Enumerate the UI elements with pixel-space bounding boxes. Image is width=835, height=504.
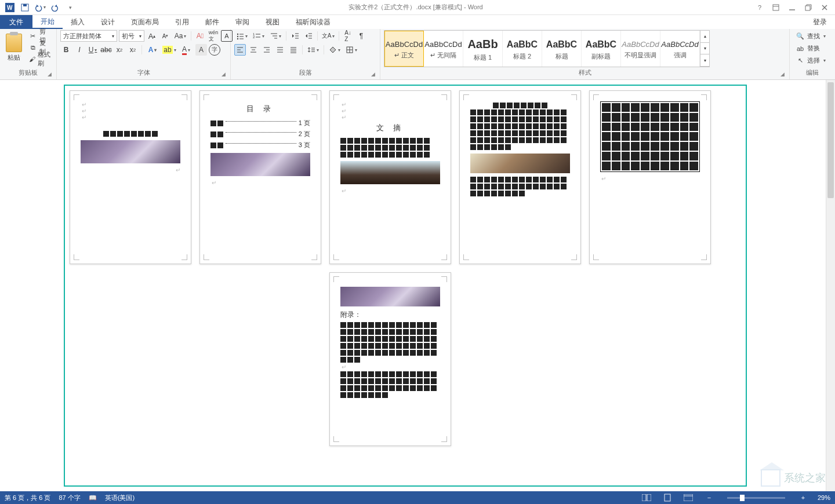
- cursor-icon: ↖: [796, 56, 805, 65]
- align-center-button[interactable]: [248, 44, 259, 56]
- qat-customize-icon[interactable]: ▾: [63, 1, 78, 14]
- minimize-icon[interactable]: [784, 1, 800, 14]
- page-thumb-5[interactable]: ↵: [589, 90, 711, 264]
- group-label-styles: 样式◢: [384, 67, 786, 79]
- tab-foxit[interactable]: 福昕阅读器: [288, 15, 339, 29]
- text-effect-button[interactable]: A: [145, 44, 160, 56]
- style-subtle-emphasis[interactable]: AaBbCcDd不明显强调: [621, 31, 660, 67]
- style-heading2[interactable]: AaBbC标题 2: [503, 31, 542, 67]
- enclose-char-button[interactable]: 字: [209, 44, 220, 56]
- format-painter-button[interactable]: 🖌格式刷: [27, 53, 53, 65]
- align-left-button[interactable]: [234, 44, 246, 56]
- tab-design[interactable]: 设计: [93, 15, 123, 29]
- borders-button[interactable]: [344, 44, 359, 56]
- find-button[interactable]: 🔍查找: [793, 30, 828, 42]
- page-thumb-4[interactable]: [459, 90, 581, 264]
- restore-icon[interactable]: [800, 1, 816, 14]
- decrease-indent-button[interactable]: [289, 30, 301, 42]
- page-thumb-2[interactable]: 目 录 1 页 2 页 3 页 ↵: [199, 90, 321, 264]
- font-launcher-icon[interactable]: ◢: [222, 71, 226, 77]
- page-thumb-1[interactable]: ↵ ↵ ↵ ↵: [70, 90, 191, 264]
- scroll-up-icon[interactable]: ▴: [700, 31, 709, 43]
- char-shading-button[interactable]: A: [195, 44, 207, 56]
- styles-gallery[interactable]: AaBbCcDd↵ 正文 AaBbCcDd↵ 无间隔 AaBb标题 1 AaBb…: [384, 30, 710, 67]
- zoom-level[interactable]: 29%: [818, 494, 830, 501]
- zoom-out-icon[interactable]: −: [703, 492, 716, 503]
- tab-layout[interactable]: 页面布局: [123, 15, 167, 29]
- redo-icon[interactable]: [48, 1, 63, 14]
- style-heading1[interactable]: AaBb标题 1: [463, 31, 503, 67]
- asian-layout-button[interactable]: 文A: [321, 30, 336, 42]
- paste-button[interactable]: 粘贴: [3, 30, 24, 65]
- svg-text:2: 2: [253, 35, 255, 39]
- save-icon[interactable]: [17, 1, 32, 14]
- align-distribute-button[interactable]: [288, 44, 299, 56]
- close-icon[interactable]: [816, 1, 833, 14]
- subscript-button[interactable]: x2: [114, 44, 125, 56]
- line-spacing-button[interactable]: [306, 44, 321, 56]
- bullets-button[interactable]: [234, 30, 249, 42]
- style-subtitle[interactable]: AaBbC副标题: [582, 31, 621, 67]
- shrink-font-button[interactable]: A▾: [159, 30, 171, 42]
- font-name-select[interactable]: 方正胖娃简体▾: [60, 30, 117, 42]
- grow-font-button[interactable]: A▴: [146, 30, 158, 42]
- zoom-slider[interactable]: [727, 497, 785, 499]
- highlight-button[interactable]: ab: [162, 44, 177, 56]
- undo-icon[interactable]: [32, 1, 48, 14]
- ribbon-display-options-icon[interactable]: [768, 1, 784, 14]
- tab-references[interactable]: 引用: [167, 15, 197, 29]
- status-language[interactable]: 英语(美国): [105, 494, 135, 502]
- tab-view[interactable]: 视图: [257, 15, 288, 29]
- page-thumb-6[interactable]: 附录： ↵: [329, 272, 451, 446]
- tab-file[interactable]: 文件: [0, 15, 32, 29]
- font-color-button[interactable]: A: [179, 44, 194, 56]
- multilevel-button[interactable]: [268, 30, 283, 42]
- styles-launcher-icon[interactable]: ◢: [780, 71, 785, 77]
- help-icon[interactable]: ?: [752, 1, 768, 14]
- gallery-scroll[interactable]: ▴▾▾: [700, 31, 709, 67]
- shading-button[interactable]: [327, 44, 342, 56]
- scroll-down-icon[interactable]: ▾: [700, 43, 709, 55]
- strike-button[interactable]: abc: [100, 44, 112, 56]
- tab-review[interactable]: 审阅: [227, 15, 257, 29]
- style-no-spacing[interactable]: AaBbCcDd↵ 无间隔: [424, 31, 463, 67]
- status-proofing-icon[interactable]: 📖: [89, 494, 97, 502]
- underline-button[interactable]: U: [87, 44, 99, 56]
- status-page[interactable]: 第 6 页，共 6 页: [5, 494, 50, 502]
- style-normal[interactable]: AaBbCcDd↵ 正文: [384, 31, 424, 67]
- vertical-scrollbar[interactable]: [826, 80, 835, 491]
- sort-button[interactable]: A↓Z: [342, 30, 354, 42]
- tab-insert[interactable]: 插入: [63, 15, 93, 29]
- abstract-title: 文 摘: [340, 123, 440, 133]
- clear-format-button[interactable]: A⃠: [194, 30, 206, 42]
- scrollbar-thumb[interactable]: [827, 82, 834, 198]
- tab-mailings[interactable]: 邮件: [197, 15, 227, 29]
- status-words[interactable]: 87 个字: [59, 494, 80, 502]
- change-case-button[interactable]: Aa: [173, 30, 188, 42]
- document-area[interactable]: ↵ ↵ ↵ ↵ 目 录 1 页 2 页 3 页 ↵ ↵↵↵ 文 摘 ↵: [0, 80, 835, 491]
- view-print-layout-icon[interactable]: [661, 492, 674, 503]
- gallery-more-icon[interactable]: ▾: [700, 54, 709, 67]
- zoom-in-icon[interactable]: +: [797, 492, 809, 503]
- align-right-button[interactable]: [261, 44, 273, 56]
- align-justify-button[interactable]: [274, 44, 286, 56]
- page-thumb-3[interactable]: ↵↵↵ 文 摘 ↵: [329, 90, 451, 264]
- increase-indent-button[interactable]: [303, 30, 314, 42]
- show-marks-button[interactable]: ¶: [355, 30, 367, 42]
- select-button[interactable]: ↖选择: [793, 54, 828, 67]
- style-emphasis[interactable]: AaBbCcDd强调: [660, 31, 700, 67]
- word-app-icon[interactable]: W: [2, 1, 17, 14]
- italic-button[interactable]: I: [74, 44, 85, 56]
- bold-button[interactable]: B: [60, 44, 72, 56]
- numbering-button[interactable]: 12: [251, 30, 266, 42]
- view-web-layout-icon[interactable]: [682, 492, 695, 503]
- phonetic-button[interactable]: wén文: [208, 30, 219, 42]
- font-size-select[interactable]: 初号▾: [119, 30, 144, 42]
- view-read-mode-icon[interactable]: [640, 492, 653, 503]
- style-title[interactable]: AaBbC标题: [542, 31, 582, 67]
- clipboard-launcher-icon[interactable]: ◢: [48, 71, 52, 77]
- replace-button[interactable]: ab替换: [793, 42, 828, 54]
- login-link[interactable]: 登录: [805, 15, 835, 29]
- superscript-button[interactable]: x2: [127, 44, 139, 56]
- paragraph-launcher-icon[interactable]: ◢: [371, 71, 375, 77]
